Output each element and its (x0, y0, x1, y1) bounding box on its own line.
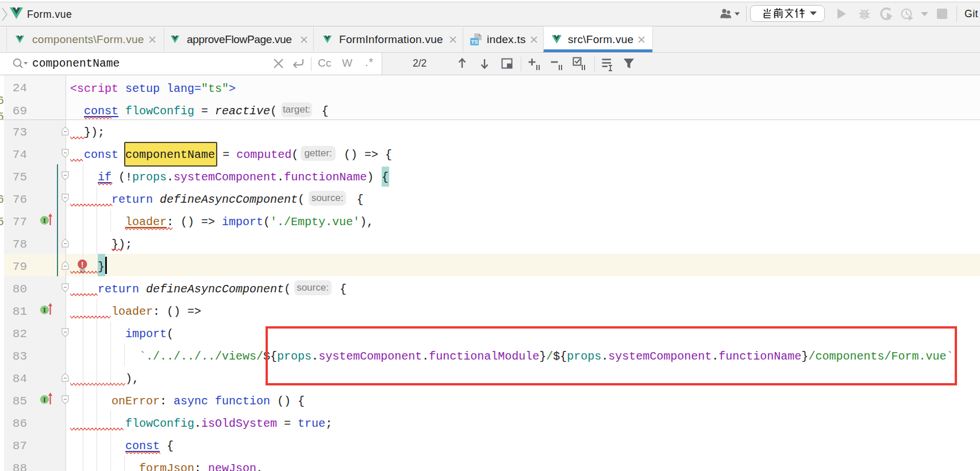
svg-text:I: I (43, 396, 46, 404)
svg-text:TS: TS (471, 38, 478, 45)
svg-text:I: I (43, 306, 46, 314)
svg-text:I: I (43, 217, 46, 225)
